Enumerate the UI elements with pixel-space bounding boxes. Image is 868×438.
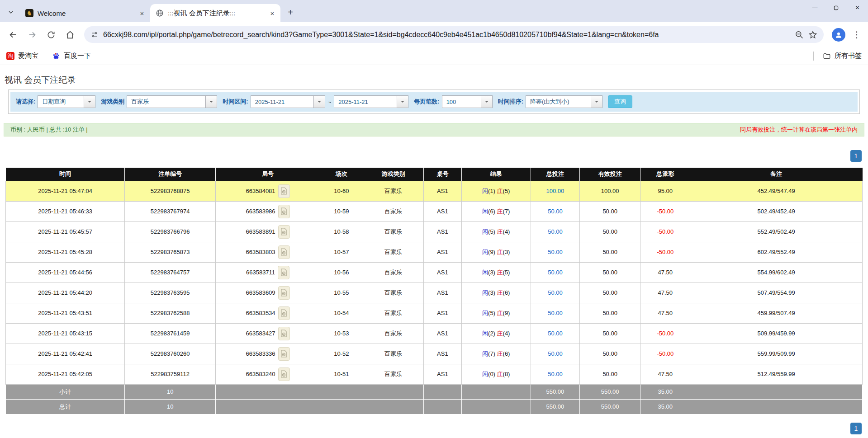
game-type-select[interactable]: 百家乐 xyxy=(127,95,217,108)
filter-bar: 请选择: 日期查询 游戏类别 百家乐 时间区间: 2025-11-21 ~ 20… xyxy=(10,92,858,112)
grand-total-label: 总计 xyxy=(6,399,125,414)
cell-round: 663583240 xyxy=(246,371,275,377)
col-valid-bet: 有效投注 xyxy=(579,168,640,181)
total-bet-link[interactable]: 50.00 xyxy=(548,269,563,276)
cell-bet-id: 522983759112 xyxy=(125,364,216,384)
col-round: 局号 xyxy=(216,168,320,181)
table-row: 2025-11-21 05:45:57 522983766796 6635838… xyxy=(6,221,863,242)
cell-note: 502.49/452.49 xyxy=(690,201,863,221)
cell-session: 10-58 xyxy=(320,221,363,242)
cell-time: 2025-11-21 05:45:28 xyxy=(6,242,125,262)
pagination-bottom: 1 xyxy=(6,423,862,434)
game-type-value: 百家乐 xyxy=(127,96,205,108)
close-icon[interactable]: × xyxy=(268,9,277,18)
total-bet-link[interactable]: 100.00 xyxy=(546,188,564,194)
close-icon[interactable]: × xyxy=(138,9,147,18)
total-bet-link[interactable]: 50.00 xyxy=(548,330,563,337)
table-row: 2025-11-21 05:45:28 522983765873 6635838… xyxy=(6,242,863,262)
cell-time: 2025-11-21 05:43:15 xyxy=(6,323,125,344)
bookmark-star-icon[interactable] xyxy=(808,30,817,39)
welcome-favicon-icon: ♞ xyxy=(25,9,33,17)
site-settings-icon[interactable] xyxy=(90,31,99,39)
new-tab-button[interactable]: + xyxy=(284,6,297,19)
url-text: 66cxkj98.com/ipl/portal.php/game/betreco… xyxy=(103,31,790,39)
cell-note: 552.49/502.49 xyxy=(690,221,863,242)
grand-total-total-bet: 550.00 xyxy=(531,399,579,414)
tab-betrecord[interactable]: :::视讯 会员下注纪录::: × xyxy=(150,4,280,22)
total-bet-link[interactable]: 50.00 xyxy=(548,350,563,357)
page-1-button[interactable]: 1 xyxy=(850,150,862,162)
bookmark-taobao[interactable]: 淘 爱淘宝 xyxy=(6,52,38,60)
refresh-icon xyxy=(47,30,56,39)
video-replay-button[interactable] xyxy=(278,306,290,320)
table-row: 2025-11-21 05:44:56 522983764757 6635837… xyxy=(6,262,863,283)
home-button[interactable] xyxy=(62,26,79,43)
cell-payout: 47.50 xyxy=(640,262,690,283)
forward-button[interactable] xyxy=(24,26,41,43)
video-replay-button[interactable] xyxy=(278,327,290,340)
cell-round: 663583891 xyxy=(246,228,275,235)
cell-note: 452.49/547.49 xyxy=(690,181,863,201)
profile-avatar[interactable] xyxy=(832,28,845,42)
total-bet-link[interactable]: 50.00 xyxy=(548,289,563,296)
cell-result: 闲(3) 庄(6) xyxy=(461,283,531,303)
zoom-out-icon[interactable] xyxy=(795,30,804,39)
cell-game-type: 百家乐 xyxy=(363,221,423,242)
cell-session: 10-60 xyxy=(320,181,363,201)
cell-valid-bet: 100.00 xyxy=(579,181,640,201)
cell-time: 2025-11-21 05:47:04 xyxy=(6,181,125,201)
video-replay-button[interactable] xyxy=(278,245,290,259)
col-bet-id: 注单编号 xyxy=(125,168,216,181)
video-replay-button[interactable] xyxy=(278,367,290,381)
address-bar[interactable]: 66cxkj98.com/ipl/portal.php/game/betreco… xyxy=(84,26,824,43)
grand-total-count: 10 xyxy=(125,399,216,414)
video-replay-button[interactable] xyxy=(278,286,290,300)
date-to-select[interactable]: 2025-11-21 xyxy=(334,95,408,108)
refresh-button[interactable] xyxy=(43,26,60,43)
grand-total-row: 总计 10 550.00 550.00 35.00 xyxy=(6,399,863,414)
cell-session: 10-55 xyxy=(320,283,363,303)
cell-bet-id: 522983763595 xyxy=(125,283,216,303)
video-replay-button[interactable] xyxy=(278,347,290,361)
cell-game-type: 百家乐 xyxy=(363,262,423,283)
bookmark-baidu[interactable]: 百度一下 xyxy=(52,52,91,60)
film-reel-icon xyxy=(280,268,287,276)
folder-icon xyxy=(823,52,831,60)
back-button[interactable] xyxy=(5,26,22,43)
total-bet-link[interactable]: 50.00 xyxy=(548,228,563,235)
cell-time: 2025-11-21 05:44:56 xyxy=(6,262,125,283)
browser-menu-button[interactable]: ⋮ xyxy=(850,29,863,40)
tab-welcome[interactable]: ♞ Welcome × xyxy=(20,4,150,22)
search-button[interactable]: 查询 xyxy=(608,95,632,108)
date-from-select[interactable]: 2025-11-21 xyxy=(251,95,325,108)
pagination-top: 1 xyxy=(6,150,862,162)
video-replay-button[interactable] xyxy=(278,225,290,239)
sort-select[interactable]: 降幂(由大到小) xyxy=(526,95,602,108)
video-replay-button[interactable] xyxy=(278,205,290,218)
video-replay-button[interactable] xyxy=(278,266,289,279)
cell-bet-id: 522983760260 xyxy=(125,344,216,364)
bookmarks-separator xyxy=(813,52,814,61)
chevron-down-icon xyxy=(397,96,408,108)
total-bet-link[interactable]: 50.00 xyxy=(548,371,563,377)
total-bet-link[interactable]: 50.00 xyxy=(548,249,563,255)
table-body: 2025-11-21 05:47:04 522983768875 6635840… xyxy=(6,181,863,384)
page-size-select[interactable]: 100 xyxy=(442,95,493,108)
film-reel-icon xyxy=(280,187,287,195)
cell-session: 10-57 xyxy=(320,242,363,262)
total-bet-link[interactable]: 50.00 xyxy=(548,208,563,215)
total-bet-link[interactable]: 50.00 xyxy=(548,310,563,316)
window-maximize-button[interactable] xyxy=(825,0,847,15)
page-1-button[interactable]: 1 xyxy=(850,423,862,434)
tab-search-button[interactable] xyxy=(5,6,17,19)
query-type-select[interactable]: 日期查询 xyxy=(38,95,95,108)
window-minimize-button[interactable]: — xyxy=(804,0,825,15)
globe-icon xyxy=(156,9,164,17)
window-close-button[interactable]: ✕ xyxy=(847,0,868,15)
cell-result: 闲(5) 庄(9) xyxy=(461,303,531,323)
cell-time: 2025-11-21 05:42:05 xyxy=(6,364,125,384)
cell-payout: -50.00 xyxy=(640,242,690,262)
all-bookmarks[interactable]: 所有书签 xyxy=(813,52,862,61)
cell-table-no: AS1 xyxy=(424,344,461,364)
video-replay-button[interactable] xyxy=(278,184,290,198)
